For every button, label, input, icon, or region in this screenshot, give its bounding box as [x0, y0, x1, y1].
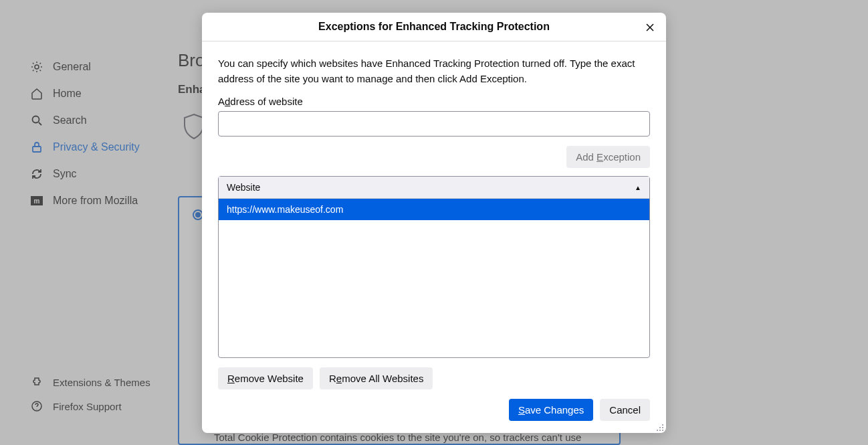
dialog-header: Exceptions for Enhanced Tracking Protect… [202, 13, 666, 41]
list-body: https://www.makeuseof.com [219, 199, 649, 357]
remove-all-button[interactable]: Remove All Websites [320, 367, 433, 389]
dialog-description: You can specify which websites have Enha… [218, 56, 650, 86]
exceptions-dialog: Exceptions for Enhanced Tracking Protect… [202, 13, 666, 433]
remove-website-button[interactable]: Remove Website [218, 367, 313, 389]
dialog-body: You can specify which websites have Enha… [202, 41, 666, 433]
address-input[interactable] [218, 111, 650, 137]
address-label: Address of website [218, 96, 650, 107]
website-list: Website ▲ https://www.makeuseof.com [218, 176, 650, 358]
save-changes-button[interactable]: Save Changes [509, 399, 593, 421]
resize-grip[interactable] [655, 422, 665, 432]
cancel-button[interactable]: Cancel [600, 399, 650, 421]
add-exception-button[interactable]: Add Exception [566, 146, 650, 168]
close-button[interactable] [643, 21, 657, 34]
dialog-title: Exceptions for Enhanced Tracking Protect… [318, 21, 550, 33]
list-header-label: Website [227, 182, 260, 193]
website-row[interactable]: https://www.makeuseof.com [219, 199, 649, 220]
sort-arrow-icon: ▲ [635, 184, 641, 191]
list-header[interactable]: Website ▲ [219, 177, 649, 199]
